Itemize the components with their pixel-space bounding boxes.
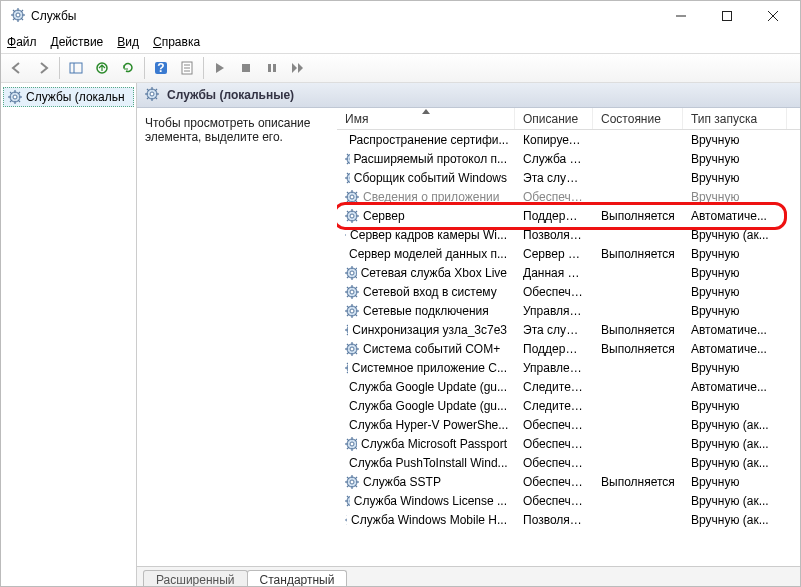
menu-view[interactable]: Вид: [117, 35, 139, 49]
gear-icon: [8, 90, 22, 104]
service-row[interactable]: Расширяемый протокол п...Служба ра...Вру…: [337, 149, 800, 168]
service-row[interactable]: Служба Google Update (gu...Следите за...…: [337, 377, 800, 396]
service-name: Расширяемый протокол п...: [354, 152, 507, 166]
service-start: Вручную: [683, 190, 787, 204]
service-row[interactable]: Синхронизация узла_3c7e3Эта служб...Выпо…: [337, 320, 800, 339]
service-row[interactable]: Сервер моделей данных п...Сервер пл...Вы…: [337, 244, 800, 263]
tree-root-item[interactable]: Службы (локальн: [3, 87, 134, 107]
start-service-button[interactable]: [208, 56, 232, 80]
export-button[interactable]: [90, 56, 114, 80]
service-row[interactable]: Распространение сертифи...Копирует ...Вр…: [337, 130, 800, 149]
service-row[interactable]: Сетевой вход в системуОбеспечи...Вручную: [337, 282, 800, 301]
service-desc: Следите за...: [515, 380, 593, 394]
forward-button[interactable]: [31, 56, 55, 80]
service-name: Служба Microsoft Passport: [361, 437, 507, 451]
service-start: Вручную: [683, 361, 787, 375]
back-button[interactable]: [5, 56, 29, 80]
svg-rect-23: [242, 64, 250, 72]
col-desc[interactable]: Описание: [515, 108, 593, 129]
service-start: Автоматиче...: [683, 323, 787, 337]
service-name: Служба SSTP: [363, 475, 441, 489]
panel-heading-text: Службы (локальные): [167, 88, 294, 102]
service-name: Сведения о приложении: [363, 190, 499, 204]
service-desc: Управляет...: [515, 304, 593, 318]
tab-extended[interactable]: Расширенный: [143, 570, 248, 587]
service-desc: Поддержи...: [515, 209, 593, 223]
service-start: Вручную (ак...: [683, 456, 787, 470]
service-row[interactable]: Система событий COM+Поддержк...Выполняет…: [337, 339, 800, 358]
gear-icon: [345, 475, 359, 489]
gear-icon: [145, 87, 161, 103]
service-name: Служба Google Update (gu...: [349, 380, 507, 394]
service-name: Сборщик событий Windows: [354, 171, 507, 185]
tab-standard[interactable]: Стандартный: [247, 570, 348, 587]
service-start: Вручную: [683, 152, 787, 166]
service-desc: Обеспечи...: [515, 437, 593, 451]
service-row[interactable]: Системное приложение C...Управлен...Вруч…: [337, 358, 800, 377]
close-button[interactable]: [750, 1, 796, 31]
col-state-label: Состояние: [601, 112, 661, 126]
service-row[interactable]: Служба Hyper-V PowerShe...Обеспечи...Вру…: [337, 415, 800, 434]
service-name: Сетевые подключения: [363, 304, 489, 318]
service-desc: Обеспечи...: [515, 494, 593, 508]
service-row[interactable]: СерверПоддержи...ВыполняетсяАвтоматиче..…: [337, 206, 800, 225]
service-row[interactable]: Служба PushToInstall Wind...Обеспечи...В…: [337, 453, 800, 472]
service-row[interactable]: Служба SSTPОбеспечи...ВыполняетсяВручную: [337, 472, 800, 491]
gear-icon: [345, 513, 347, 527]
menu-help[interactable]: Справка: [153, 35, 200, 49]
service-row[interactable]: Сетевые подключенияУправляет...Вручную: [337, 301, 800, 320]
service-row[interactable]: Сборщик событий WindowsЭта служб...Вручн…: [337, 168, 800, 187]
restart-service-button[interactable]: [286, 56, 310, 80]
service-start: Вручную: [683, 171, 787, 185]
services-list: Имя Описание Состояние Тип запуска Распр…: [337, 108, 800, 566]
service-desc: Обеспечи...: [515, 475, 593, 489]
col-desc-label: Описание: [523, 112, 578, 126]
menu-file[interactable]: Файл: [7, 35, 37, 49]
service-name: Служба Google Update (gu...: [349, 399, 507, 413]
service-name: Служба Windows Mobile H...: [351, 513, 507, 527]
service-name: Системное приложение C...: [352, 361, 507, 375]
gear-icon: [345, 266, 357, 280]
help-button[interactable]: ?: [149, 56, 173, 80]
col-name[interactable]: Имя: [337, 108, 515, 129]
service-state: Выполняется: [593, 323, 683, 337]
tab-standard-label: Стандартный: [260, 573, 335, 587]
service-name: Служба Hyper-V PowerShe...: [349, 418, 508, 432]
maximize-button[interactable]: [704, 1, 750, 31]
svg-rect-11: [723, 12, 732, 21]
service-row[interactable]: Служба Windows License ...Обеспечи...Вру…: [337, 491, 800, 510]
service-row[interactable]: Сервер кадров камеры Wi...Позволяет...Вр…: [337, 225, 800, 244]
minimize-button[interactable]: [658, 1, 704, 31]
service-start: Вручную: [683, 133, 787, 147]
service-name: Сервер моделей данных п...: [349, 247, 507, 261]
menu-action[interactable]: Действие: [51, 35, 104, 49]
service-state: Выполняется: [593, 342, 683, 356]
stop-service-button[interactable]: [234, 56, 258, 80]
col-state[interactable]: Состояние: [593, 108, 683, 129]
service-row[interactable]: Служба Windows Mobile H...Позволяет...Вр…: [337, 510, 800, 529]
service-start: Вручную (ак...: [683, 228, 787, 242]
properties-button[interactable]: [175, 56, 199, 80]
service-start: Вручную (ак...: [683, 418, 787, 432]
col-start-label: Тип запуска: [691, 112, 757, 126]
col-start[interactable]: Тип запуска: [683, 108, 787, 129]
gear-icon: [345, 209, 359, 223]
service-row[interactable]: Сетевая служба Xbox LiveДанная сл...Вруч…: [337, 263, 800, 282]
show-hide-tree-button[interactable]: [64, 56, 88, 80]
service-desc: Поддержк...: [515, 342, 593, 356]
gear-icon: [345, 342, 359, 356]
service-desc: Управлен...: [515, 361, 593, 375]
gear-icon: [345, 494, 350, 508]
service-row[interactable]: Служба Microsoft PassportОбеспечи...Вруч…: [337, 434, 800, 453]
description-pane: Чтобы просмотреть описание элемента, выд…: [137, 108, 337, 566]
gear-icon: [345, 152, 350, 166]
service-name: Служба PushToInstall Wind...: [349, 456, 508, 470]
service-desc: Копирует ...: [515, 133, 593, 147]
service-row[interactable]: Служба Google Update (gu...Следите за...…: [337, 396, 800, 415]
service-row[interactable]: Сведения о приложенииОбеспечи...Вручную: [337, 187, 800, 206]
pause-service-button[interactable]: [260, 56, 284, 80]
service-start: Автоматиче...: [683, 380, 787, 394]
svg-text:?: ?: [157, 61, 164, 75]
service-start: Вручную (ак...: [683, 494, 787, 508]
refresh-button[interactable]: [116, 56, 140, 80]
